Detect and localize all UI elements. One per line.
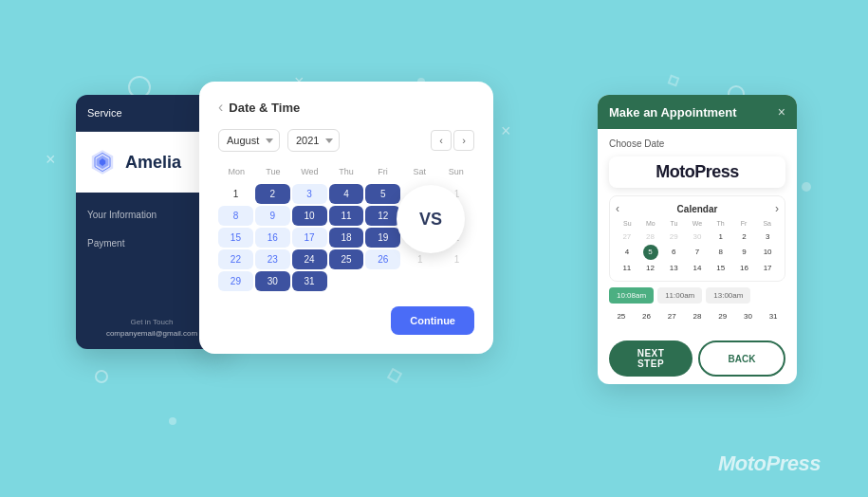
cal-label-sat: Sat <box>401 165 438 178</box>
mp-title: Make an Appointment <box>609 105 737 120</box>
cal-cell <box>329 271 364 291</box>
deco-dot-3 <box>802 182 811 192</box>
amelia-payment-label: Payment <box>87 238 124 248</box>
mp-cell[interactable]: 14 <box>686 261 709 275</box>
cal-prev-btn[interactable]: ‹ <box>431 130 452 151</box>
cal-cell[interactable]: 26 <box>365 249 400 269</box>
mp-next-step-button[interactable]: NEXT STEP <box>609 341 693 377</box>
mp-cell[interactable]: 15 <box>710 261 732 275</box>
deco-square-1 <box>387 368 402 383</box>
mp-cal-grid: 27 28 29 30 1 2 3 4 5 6 7 8 9 10 11 12 1… <box>616 230 779 275</box>
cal-label-sun: Sun <box>437 165 474 178</box>
cal-cell[interactable]: 15 <box>218 228 253 248</box>
mp-time-1100am[interactable]: 11:00am <box>657 287 702 304</box>
cal-cell <box>402 271 437 291</box>
mp-cell[interactable]: 29 <box>711 309 735 323</box>
mp-cell[interactable]: 1 <box>710 230 732 244</box>
mp-close-button[interactable]: × <box>778 104 785 120</box>
mp-cell[interactable]: 30 <box>736 309 761 323</box>
mp-cell[interactable]: 9 <box>733 245 756 260</box>
cal-cell[interactable]: 24 <box>292 249 327 269</box>
cal-cell[interactable]: 10 <box>292 206 327 226</box>
cal-cell[interactable]: 25 <box>329 249 364 269</box>
motopress-panel: Make an Appointment × Choose Date MotoPr… <box>598 95 797 384</box>
cal-next-btn[interactable]: › <box>453 130 474 151</box>
mp-cell[interactable]: 3 <box>756 230 779 244</box>
mp-week-extra: 25 26 27 28 29 30 31 <box>609 309 785 323</box>
amelia-service-label: Service <box>87 107 122 119</box>
cal-days-header: Mon Tue Wed Thu Fri Sat Sun <box>218 165 474 178</box>
mp-day-sa: Sa <box>755 220 779 227</box>
mp-cell[interactable]: 31 <box>761 309 785 323</box>
cal-cell[interactable]: 23 <box>255 249 290 269</box>
mp-cell[interactable]: 6 <box>662 245 685 260</box>
cal-cell[interactable]: 19 <box>365 228 400 248</box>
mp-time-1300am[interactable]: 13:00am <box>706 287 750 304</box>
mp-cell[interactable]: 8 <box>710 245 732 260</box>
mp-cell[interactable]: 11 <box>616 261 638 275</box>
cal-cell: 1 <box>439 249 474 269</box>
mp-cal-next[interactable]: › <box>775 202 779 215</box>
cal-selectors: August 2021 ‹ › <box>218 129 474 152</box>
cal-cell[interactable]: 3 <box>292 184 327 204</box>
mp-back-button[interactable]: BACK <box>698 341 785 377</box>
cal-cell[interactable]: 9 <box>255 206 290 226</box>
vs-circle: VS <box>397 185 465 253</box>
mp-cell[interactable]: 26 <box>635 309 659 323</box>
mp-cell[interactable]: 4 <box>616 245 638 260</box>
cal-cell[interactable]: 30 <box>255 271 290 291</box>
cal-year-select[interactable]: 2021 <box>287 129 340 152</box>
cal-back-arrow[interactable]: ‹ <box>218 99 223 116</box>
mp-calendar-section: ‹ Calendar › Su Mo Tu We Th Fr Sa 27 28 … <box>609 195 785 282</box>
cal-cell[interactable]: 31 <box>292 271 327 291</box>
mp-cell-selected[interactable]: 5 <box>643 245 658 260</box>
mp-day-su: Su <box>616 220 639 227</box>
mp-actions: NEXT STEP BACK <box>598 333 797 384</box>
mp-day-we: We <box>686 220 710 227</box>
mp-cal-header: ‹ Calendar › <box>616 202 779 215</box>
cal-header: ‹ Date & Time <box>218 99 474 116</box>
mp-cell[interactable]: 28 <box>685 309 710 323</box>
mp-cell: 27 <box>616 230 638 244</box>
mp-time-1008am[interactable]: 10:08am <box>609 287 654 304</box>
mp-day-fr: Fr <box>732 220 756 227</box>
mp-header: Make an Appointment × <box>598 95 797 129</box>
cal-cell[interactable]: 2 <box>255 184 290 204</box>
cal-cell[interactable]: 18 <box>329 228 364 248</box>
deco-x-3: × <box>501 121 511 141</box>
cal-cell[interactable]: 12 <box>365 206 400 226</box>
cal-month-select[interactable]: August <box>218 129 280 152</box>
mp-day-mo: Mo <box>639 220 663 227</box>
mp-cell[interactable]: 27 <box>659 309 684 323</box>
mp-day-tu: Tu <box>662 220 686 227</box>
amelia-your-info-label: Your Information <box>87 210 157 220</box>
cal-nav: ‹ › <box>431 130 474 151</box>
mp-cell[interactable]: 10 <box>756 245 779 260</box>
cal-cell[interactable]: 17 <box>292 228 327 248</box>
cal-cell[interactable]: 1 <box>218 184 253 204</box>
amelia-logo-icon <box>87 147 118 177</box>
deco-dot-4 <box>169 417 176 425</box>
cal-cell[interactable]: 16 <box>255 228 290 248</box>
mp-cell[interactable]: 25 <box>609 309 634 323</box>
cal-continue-button[interactable]: Continue <box>391 306 474 335</box>
cal-cell[interactable]: 5 <box>365 184 400 204</box>
mp-cell[interactable]: 7 <box>686 245 709 260</box>
mp-cell[interactable]: 2 <box>733 230 756 244</box>
mp-cal-prev[interactable]: ‹ <box>616 202 619 215</box>
cal-cell[interactable]: 8 <box>218 206 253 226</box>
mp-cell[interactable]: 16 <box>733 261 756 275</box>
cal-label-mon: Mon <box>218 165 255 178</box>
cal-cell[interactable]: 29 <box>218 271 253 291</box>
cal-cell[interactable]: 22 <box>218 249 253 269</box>
mp-cell[interactable]: 12 <box>639 261 662 275</box>
mp-cal-days-header: Su Mo Tu We Th Fr Sa <box>616 220 779 227</box>
mp-cal-title: Calendar <box>677 204 718 214</box>
mp-cell[interactable]: 13 <box>662 261 685 275</box>
cal-label-wed: Wed <box>291 165 328 178</box>
deco-circle-3 <box>95 370 108 383</box>
deco-x-1: × <box>46 150 56 170</box>
cal-cell[interactable]: 4 <box>329 184 364 204</box>
cal-cell[interactable]: 11 <box>329 206 364 226</box>
mp-cell[interactable]: 17 <box>756 261 779 275</box>
